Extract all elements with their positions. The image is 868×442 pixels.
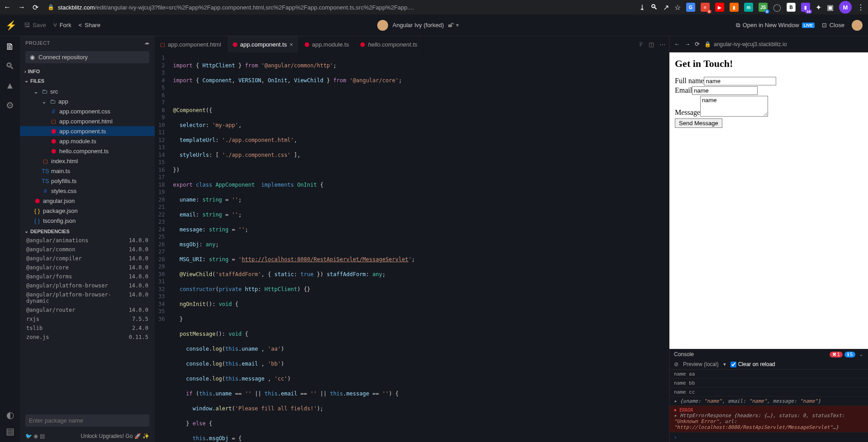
split-icon[interactable]: ◫ <box>649 41 654 48</box>
ext-yt-icon[interactable]: ▶ <box>715 3 724 12</box>
theme-icon[interactable]: ◐ <box>6 409 14 420</box>
console-title[interactable]: Console <box>674 351 694 357</box>
tab[interactable]: ⬢app.component.ts× <box>227 36 299 52</box>
input-fullname[interactable] <box>704 77 776 85</box>
preview-scope[interactable]: Preview (local) <box>683 361 719 367</box>
no-icon[interactable]: ⊘ <box>674 361 678 367</box>
file-item[interactable]: ◻app.component.html <box>20 116 155 126</box>
code-editor[interactable]: 1234567891011121314151617181920212223242… <box>155 52 669 442</box>
file-item[interactable]: TSmain.ts <box>20 166 155 176</box>
open-new-window-button[interactable]: ⧉Open in New WindowLIVE <box>736 22 815 29</box>
tab[interactable]: ⬢hello.component.ts <box>355 36 423 52</box>
fork-icon: ⑂ <box>53 22 57 28</box>
upgrade-link[interactable]: Unlock Upgrades! Go 🚀 ✨ <box>81 433 149 439</box>
share-button[interactable]: <Share <box>79 22 100 28</box>
files-section[interactable]: ⌄FILES <box>20 76 155 85</box>
close-button[interactable]: ⊡Close <box>822 22 844 28</box>
info-count-badge[interactable]: ℹ5 <box>844 352 855 357</box>
extensions-icon[interactable]: ✦ <box>816 3 821 12</box>
more-icon[interactable]: ⋯ <box>659 41 665 48</box>
ext-b-icon[interactable]: B <box>787 3 796 12</box>
cloud-icon[interactable]: ☁ <box>144 40 150 46</box>
console-chevron-icon[interactable]: ⌄ <box>859 351 863 357</box>
search-icon[interactable]: 🔍︎ <box>5 61 14 71</box>
menu-icon[interactable]: ⋮ <box>857 3 864 12</box>
ext-todoist-icon[interactable]: ≡8 <box>701 3 710 12</box>
deps-section[interactable]: ⌄DEPENDENCIES <box>20 226 155 236</box>
user-avatar[interactable] <box>852 20 863 31</box>
dependency-item[interactable]: @angular/core14.0.0 <box>20 263 155 272</box>
fork-button[interactable]: ⑂Fork <box>53 22 71 28</box>
bookmark-icon[interactable]: ☆ <box>674 3 681 12</box>
editor-actions: 𝙿 ◫ ⋯ <box>639 36 669 52</box>
connect-repo-button[interactable]: ◉ Connect repository <box>25 51 149 63</box>
back-icon[interactable]: ← <box>4 3 11 11</box>
preview-url[interactable]: 🔒angular-ivy-wjcuj3.stackblitz.io <box>704 41 863 47</box>
layout-icon[interactable]: ▤ <box>6 426 14 437</box>
scope-chevron-icon[interactable]: ▾ <box>723 361 726 367</box>
package-input[interactable] <box>25 414 149 427</box>
dependency-item[interactable]: @angular/router14.0.0 <box>20 306 155 315</box>
visibility-icon[interactable]: 🔓︎ ▾ <box>448 22 459 28</box>
send-button[interactable]: Send Message <box>675 118 722 128</box>
browser-avatar[interactable]: M <box>839 1 852 14</box>
input-message[interactable]: name <box>700 96 768 117</box>
tab[interactable]: ⬢app.module.ts <box>299 36 355 52</box>
console-input[interactable]: › <box>669 433 868 442</box>
zoom-icon[interactable]: 🔍︎ <box>650 3 658 11</box>
info-section[interactable]: ›INFO <box>20 67 155 76</box>
sidepanel-icon[interactable]: ▣ <box>827 3 834 12</box>
file-item[interactable]: { }package.json <box>20 206 155 216</box>
url-bar[interactable]: 🔒 stackblitz.com/edit/angular-ivy-wjcuj3… <box>44 4 634 11</box>
install-icon[interactable]: ⤓ <box>639 3 645 12</box>
ext-purple-icon[interactable]: ▮16 <box>801 3 810 12</box>
ext-circle-icon[interactable]: ◯ <box>773 3 781 12</box>
error-count-badge[interactable]: ✖1 <box>830 352 843 357</box>
ext-orange-icon[interactable]: ▮ <box>730 3 739 12</box>
file-item[interactable]: { }tsconfig.json <box>20 216 155 226</box>
ext-green-icon[interactable]: JS0 <box>759 3 768 12</box>
project-avatar[interactable] <box>377 20 388 31</box>
settings-icon[interactable]: ⚙ <box>6 100 14 111</box>
preview-forward-icon[interactable]: → <box>684 41 690 47</box>
input-email[interactable] <box>692 86 758 95</box>
dependency-item[interactable]: rxjs7.5.5 <box>20 315 155 324</box>
tab[interactable]: ◻app.component.html <box>155 36 227 52</box>
file-item[interactable]: ⬢angular.json <box>20 196 155 206</box>
reload-icon[interactable]: ⟳ <box>33 3 38 12</box>
file-item[interactable]: ⬢app.module.ts <box>20 136 155 146</box>
forward-icon[interactable]: → <box>18 3 25 11</box>
save-button[interactable]: 🖫︎Save <box>24 22 46 28</box>
close-tab-icon[interactable]: × <box>289 41 293 48</box>
folder-app[interactable]: ⌄🗀app <box>20 96 155 106</box>
share-page-icon[interactable]: ↗ <box>663 3 669 12</box>
code-content[interactable]: import { HttpClient } from '@angular/com… <box>171 52 669 442</box>
ext-translate-icon[interactable]: G <box>686 3 695 12</box>
preview-reload-icon[interactable]: ⟳ <box>695 41 700 47</box>
file-item[interactable]: #app.component.css <box>20 106 155 116</box>
dependency-item[interactable]: @angular/common14.0.0 <box>20 245 155 254</box>
file-item[interactable]: TSpolyfills.ts <box>20 176 155 186</box>
social-icons[interactable]: 🐦 ◉ ▤ <box>25 433 45 439</box>
file-item[interactable]: #styles.css <box>20 186 155 196</box>
format-icon[interactable]: 𝙿 <box>639 41 643 48</box>
project-title[interactable]: Angular Ivy (forked) <box>393 22 444 28</box>
file-item[interactable]: ⬢hello.component.ts <box>20 146 155 156</box>
dependency-item[interactable]: tslib2.4.0 <box>20 324 155 333</box>
file-item[interactable]: ⬢app.component.ts <box>20 126 155 136</box>
clear-on-reload-checkbox[interactable] <box>730 362 736 367</box>
dependency-item[interactable]: @angular/platform-browser-dynamic14.0.0 <box>20 290 155 306</box>
explorer-icon[interactable]: 🗎 <box>5 42 14 52</box>
firebase-icon[interactable]: ▲ <box>5 80 14 91</box>
ext-teal-icon[interactable]: m <box>744 3 753 12</box>
dependency-item[interactable]: @angular/compiler14.0.0 <box>20 254 155 263</box>
file-item[interactable]: ◻index.html <box>20 156 155 166</box>
dependency-item[interactable]: @angular/forms14.0.0 <box>20 272 155 281</box>
save-icon: 🖫︎ <box>24 22 30 28</box>
stackblitz-logo-icon[interactable]: ⚡ <box>5 20 17 31</box>
dependency-item[interactable]: zone.js0.11.5 <box>20 333 155 342</box>
preview-back-icon[interactable]: ← <box>674 41 680 47</box>
dependency-item[interactable]: @angular/platform-browser14.0.0 <box>20 281 155 290</box>
folder-src[interactable]: ⌄🗀src <box>20 86 155 96</box>
dependency-item[interactable]: @angular/animations14.0.0 <box>20 236 155 245</box>
